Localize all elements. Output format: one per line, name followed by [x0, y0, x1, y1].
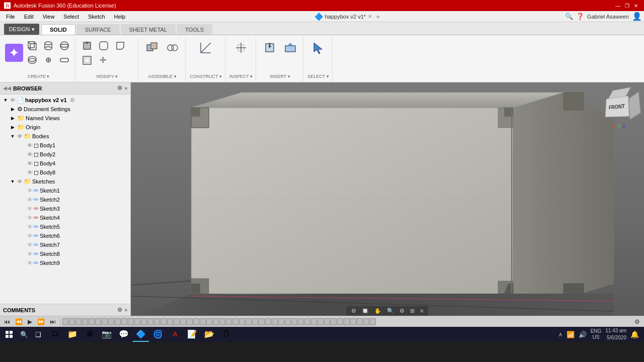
torus-button[interactable]: [25, 53, 40, 66]
viewport-btn-1[interactable]: ⚙: [349, 307, 358, 315]
restore-button[interactable]: ❐: [623, 2, 631, 10]
taskbar-app-pc[interactable]: 🖥: [82, 327, 98, 342]
timeline-item-7[interactable]: [102, 318, 108, 325]
tree-named-views[interactable]: ▶ 📁 Named Views: [0, 114, 130, 123]
viewport-btn-3[interactable]: ✋: [372, 307, 383, 315]
timeline-item-16[interactable]: [160, 318, 167, 325]
timeline-item-36[interactable]: [291, 318, 297, 325]
timeline-item-13[interactable]: [141, 318, 147, 325]
tray-icons[interactable]: ∧: [558, 331, 562, 338]
inspect1-button[interactable]: [231, 39, 251, 56]
timeline-item-3[interactable]: [75, 318, 82, 325]
viewport-btn-6[interactable]: ⊞: [408, 307, 417, 315]
sphere-button[interactable]: [57, 39, 72, 52]
timeline-item-44[interactable]: [344, 318, 350, 325]
viewport[interactable]: FRONT X Y Z ⚙ 🔲 ✋ 🔍 ⚙ ⊞ ≡: [131, 82, 644, 316]
sketch9-visibility-icon[interactable]: 👁: [27, 260, 33, 266]
browser-settings-icon[interactable]: ⚙: [117, 85, 122, 92]
tab-tools[interactable]: TOOLS: [177, 24, 212, 35]
timeline-item-40[interactable]: [317, 318, 324, 325]
tray-network[interactable]: 📶: [567, 331, 575, 338]
timeline-next-btn[interactable]: ⏩: [35, 318, 47, 326]
sketch2-visibility-icon[interactable]: 👁: [27, 197, 33, 203]
tree-sketch9[interactable]: 👁 ✏ Sketch9: [0, 258, 130, 267]
timeline-item-34[interactable]: [278, 318, 284, 325]
timeline-item-6[interactable]: [95, 318, 101, 325]
design-dropdown[interactable]: DESIGN ▾: [4, 24, 39, 35]
viewport-btn-2[interactable]: 🔲: [360, 307, 371, 315]
body8-visibility-icon[interactable]: 👁: [27, 169, 33, 175]
tree-root[interactable]: ▼ 👁 📄 happybox v2 v1 ⚙: [0, 96, 130, 105]
taskbar-app-files2[interactable]: 📂: [201, 327, 217, 342]
taskbar-app-autocad[interactable]: A: [167, 327, 183, 342]
shell-button[interactable]: [79, 54, 95, 67]
timeline-item-25[interactable]: [219, 318, 225, 325]
construct1-button[interactable]: [196, 39, 215, 56]
timeline-item-31[interactable]: [259, 318, 265, 325]
tree-origin[interactable]: ▶ 📁 Origin: [0, 123, 130, 132]
body1-visibility-icon[interactable]: 👁: [27, 142, 33, 148]
timeline-item-24[interactable]: [213, 318, 219, 325]
coil-button[interactable]: ⊕: [41, 53, 56, 66]
toolbar-help-icon[interactable]: ❓: [576, 13, 584, 20]
sketch5-visibility-icon[interactable]: 👁: [27, 224, 33, 230]
tree-sketch7[interactable]: 👁 ✏ Sketch7: [0, 240, 130, 249]
timeline-item-17[interactable]: [167, 318, 173, 325]
timeline-item-30[interactable]: [252, 318, 258, 325]
tree-sketch5[interactable]: 👁 ✏ Sketch5: [0, 222, 130, 231]
timeline-play-btn[interactable]: ▶: [26, 318, 34, 326]
file-tab-add-icon[interactable]: +: [376, 13, 380, 21]
sketch6-visibility-icon[interactable]: 👁: [27, 233, 33, 239]
menu-select[interactable]: Select: [59, 13, 83, 21]
taskbar-app-chrome[interactable]: 🌀: [150, 327, 166, 342]
timeline-item-22[interactable]: [200, 318, 206, 325]
timeline-end-btn[interactable]: ⏭: [48, 318, 58, 326]
viewport-btn-7[interactable]: ≡: [418, 307, 425, 315]
tree-sketches[interactable]: ▼ 👁 📁 Sketches: [0, 177, 130, 186]
timeline-item-26[interactable]: [226, 318, 232, 325]
timeline-item-43[interactable]: [337, 318, 343, 325]
menu-help[interactable]: Help: [110, 13, 130, 21]
start-button[interactable]: [2, 329, 16, 339]
timeline-item-4[interactable]: [82, 318, 88, 325]
timeline-item-28[interactable]: [239, 318, 245, 325]
cylinder-button[interactable]: [41, 39, 56, 52]
tree-doc-settings[interactable]: ▶ ⚙ Document Settings: [0, 105, 130, 114]
chamfer-button[interactable]: [113, 39, 128, 52]
timeline-item-12[interactable]: [134, 318, 140, 325]
body2-visibility-icon[interactable]: 👁: [27, 151, 33, 157]
taskbar-app-fusion[interactable]: 🔷: [133, 327, 149, 342]
timeline-item-27[interactable]: [232, 318, 238, 325]
timeline-item-11[interactable]: [128, 318, 134, 325]
file-tab-close-icon[interactable]: ✕: [368, 14, 372, 19]
tab-solid[interactable]: SOLID: [41, 24, 75, 35]
taskbar-app-explorer[interactable]: 🗂: [47, 327, 63, 342]
timeline-item-29[interactable]: [246, 318, 252, 325]
fillet-button[interactable]: [96, 39, 111, 52]
tree-body2[interactable]: 👁 ◻ Body2: [0, 150, 130, 159]
root-visibility-icon[interactable]: 👁: [10, 97, 16, 103]
insert1-button[interactable]: [260, 39, 279, 56]
minimize-button[interactable]: —: [614, 2, 622, 10]
timeline-item-46[interactable]: [357, 318, 363, 325]
root-settings-icon[interactable]: ⚙: [70, 97, 75, 104]
box-button[interactable]: [25, 39, 40, 52]
move-button[interactable]: ✛: [96, 54, 111, 67]
sketches-visibility-icon[interactable]: 👁: [17, 178, 23, 185]
timeline-item-8[interactable]: [108, 318, 114, 325]
assemble2-button[interactable]: [163, 39, 182, 56]
comments-settings-icon[interactable]: ⚙: [117, 307, 122, 313]
pipe-button[interactable]: [57, 53, 72, 66]
sketch8-visibility-icon[interactable]: 👁: [27, 251, 33, 257]
tab-sheet-metal[interactable]: SHEET METAL: [121, 24, 176, 35]
toolbar-search-icon[interactable]: 🔍: [565, 13, 573, 20]
browser-expand-icon[interactable]: »: [124, 85, 127, 91]
comments-expand-icon[interactable]: »: [124, 307, 127, 313]
press-pull-button[interactable]: [79, 39, 95, 52]
close-button[interactable]: ✕: [632, 2, 640, 10]
sketch1-visibility-icon[interactable]: 👁: [27, 188, 33, 194]
timeline-item-37[interactable]: [298, 318, 304, 325]
timeline-item-45[interactable]: [350, 318, 356, 325]
timeline-item-1[interactable]: [62, 318, 68, 325]
assemble1-button[interactable]: [142, 39, 162, 56]
